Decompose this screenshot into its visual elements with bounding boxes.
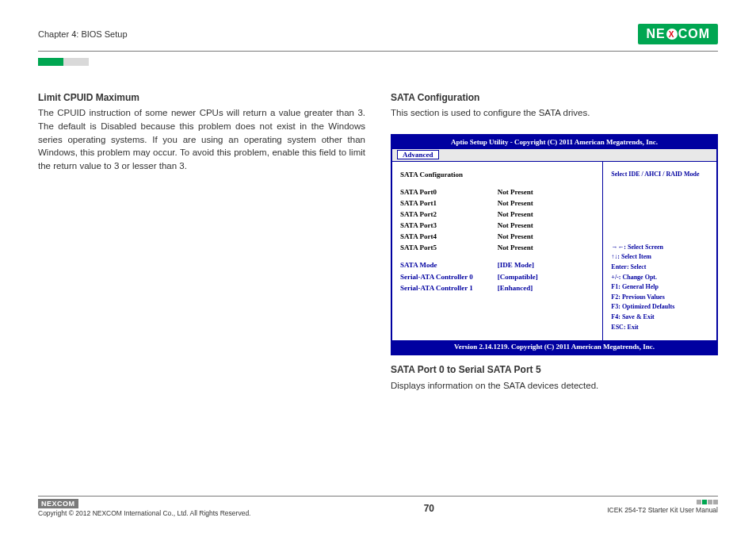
bios-option-row: SATA Mode[IDE Mode] bbox=[400, 260, 594, 270]
page-number: 70 bbox=[424, 503, 434, 514]
bios-screenshot: Aptio Setup Utility - Copyright (C) 2011… bbox=[391, 134, 718, 355]
sata-port-heading: SATA Port 0 to Serial SATA Port 5 bbox=[391, 363, 718, 377]
bios-help-item: F3: Optimized Defaults bbox=[611, 302, 708, 312]
manual-name: ICEK 254-T2 Starter Kit User Manual bbox=[607, 506, 718, 514]
bios-tabbar: Advanced bbox=[392, 149, 716, 162]
page-header: Chapter 4: BIOS Setup NEXCOM bbox=[38, 24, 718, 52]
footer-right: ICEK 254-T2 Starter Kit User Manual bbox=[607, 500, 718, 514]
bios-title: Aptio Setup Utility - Copyright (C) 2011… bbox=[392, 136, 716, 149]
bios-port-row: SATA Port4Not Present bbox=[400, 232, 594, 242]
footer-left: NEXCOM Copyright © 2012 NEXCOM Internati… bbox=[38, 500, 250, 517]
bios-main-panel: SATA Configuration SATA Port0Not Present… bbox=[392, 162, 603, 340]
bios-port-row: SATA Port3Not Present bbox=[400, 220, 594, 231]
bios-help-item: +/-: Change Opt. bbox=[611, 273, 708, 282]
bios-help-item: F2: Previous Values bbox=[611, 293, 708, 302]
sata-port-text: Displays information on the SATA devices… bbox=[391, 379, 718, 393]
footer-logo: NEXCOM bbox=[38, 499, 78, 508]
bios-port-row: SATA Port2Not Present bbox=[400, 209, 594, 220]
bios-port-row: SATA Port5Not Present bbox=[400, 243, 594, 253]
cpuid-text: The CPUID instruction of some newer CPUs… bbox=[38, 106, 365, 172]
bios-version: Version 2.14.1219. Copyright (C) 2011 Am… bbox=[392, 340, 716, 354]
bios-help-item: ↑↓: Select Item bbox=[611, 252, 708, 262]
nexcom-logo: NEXCOM bbox=[638, 24, 718, 44]
page-footer: NEXCOM Copyright © 2012 NEXCOM Internati… bbox=[38, 496, 718, 517]
bios-help-item: Enter: Select bbox=[611, 263, 708, 272]
bios-hint: Select IDE / AHCI / RAID Mode bbox=[611, 170, 708, 179]
tab-inactive bbox=[63, 58, 89, 66]
copyright: Copyright © 2012 NEXCOM International Co… bbox=[38, 509, 250, 517]
bios-port-row: SATA Port1Not Present bbox=[400, 198, 594, 209]
tab-active bbox=[38, 58, 63, 66]
bios-option-row: Serial-ATA Controller 1[Enhanced] bbox=[400, 283, 594, 293]
bios-help-panel: Select IDE / AHCI / RAID Mode →←: Select… bbox=[603, 162, 716, 340]
bios-tab-advanced: Advanced bbox=[397, 150, 439, 159]
right-column: SATA Configuration This section is used … bbox=[391, 91, 718, 406]
left-column: Limit CPUID Maximum The CPUID instructio… bbox=[38, 91, 365, 406]
bios-help-item: F1: General Help bbox=[611, 282, 708, 292]
logo-x-icon: X bbox=[666, 29, 678, 40]
bios-section: SATA Configuration bbox=[400, 170, 594, 180]
sata-heading: SATA Configuration bbox=[391, 91, 718, 105]
bios-help-item: →←: Select Screen bbox=[611, 243, 708, 252]
cpuid-heading: Limit CPUID Maximum bbox=[38, 91, 365, 105]
bios-port-row: SATA Port0Not Present bbox=[400, 187, 594, 197]
bios-option-row: Serial-ATA Controller 0[Compatible] bbox=[400, 272, 594, 282]
bios-help-item: ESC: Exit bbox=[611, 323, 708, 332]
bios-help-item: F4: Save & Exit bbox=[611, 313, 708, 322]
tab-indicator bbox=[38, 55, 718, 69]
footer-icon bbox=[607, 500, 718, 504]
chapter-title: Chapter 4: BIOS Setup bbox=[38, 29, 128, 39]
sata-intro: This section is used to configure the SA… bbox=[391, 106, 718, 120]
